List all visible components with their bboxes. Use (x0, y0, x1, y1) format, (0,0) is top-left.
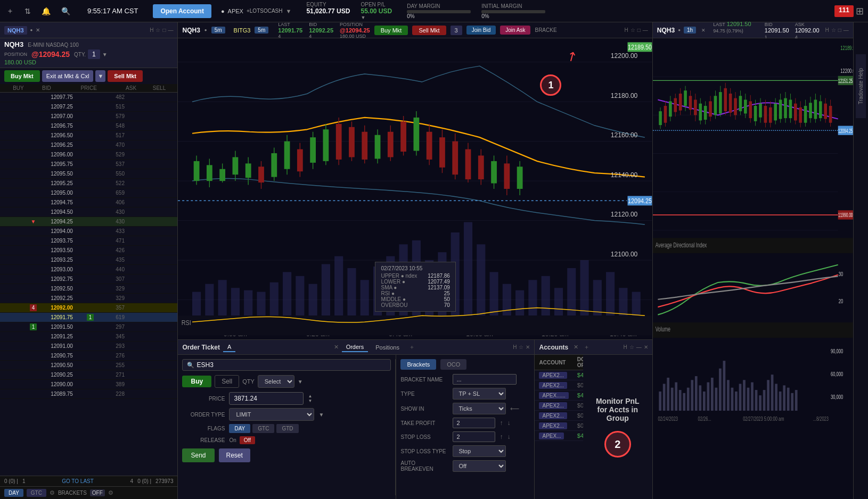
right-icon-star[interactable]: ☆ (831, 27, 836, 33)
price-row[interactable]: 12096.25 470 (0, 140, 177, 150)
price-row[interactable]: 12091.75 1 619 (0, 313, 177, 322)
price-row[interactable]: 12089.75 228 (0, 389, 177, 399)
price-row[interactable]: 12095.25 522 (0, 179, 177, 188)
show-in-scroll[interactable]: ⟵ (510, 405, 519, 412)
price-row[interactable]: 12094.75 406 (0, 198, 177, 207)
price-row[interactable]: 12096.00 529 (0, 150, 177, 160)
price-row[interactable]: 12090.25 271 (0, 370, 177, 380)
type-bracket-select[interactable]: TP + SL (453, 388, 506, 400)
pnl-chevron[interactable]: ▼ (361, 15, 392, 20)
ot-sell-button[interactable]: Sell (215, 375, 239, 388)
take-profit-down[interactable]: ↓ (507, 419, 510, 427)
toggle-off-btn[interactable]: Off (240, 436, 255, 444)
panel-icon-minus[interactable]: — (168, 27, 173, 33)
order-type-select[interactable]: LIMIT MARKET STOP (229, 408, 314, 421)
buy-mkt-chart-button[interactable]: Buy Mkt (374, 26, 408, 35)
price-row[interactable]: 12096.50 517 (0, 131, 177, 140)
order-header-icon-star[interactable]: ☆ (519, 344, 523, 350)
price-row[interactable]: 4 12092.00 357 (0, 303, 177, 313)
gear-icon[interactable]: ⚙ (50, 489, 55, 496)
apex-chevron[interactable]: ▼ (286, 8, 292, 14)
price-row[interactable]: 1 12091.50 297 (0, 322, 177, 332)
price-row[interactable]: 12091.00 293 (0, 342, 177, 351)
ot-buy-button[interactable]: Buy (182, 376, 211, 387)
search-top-icon[interactable]: 🔍 (59, 5, 72, 18)
price-up-btn[interactable]: ▲ (308, 394, 312, 398)
stop-loss-type-select[interactable]: Stop (453, 445, 506, 457)
tab-orders[interactable]: Orders (342, 343, 369, 352)
close-a-icon[interactable]: ✕ (334, 344, 339, 351)
price-row[interactable]: 12097.75 482 (0, 93, 177, 102)
price-row[interactable]: 12092.50 329 (0, 284, 177, 294)
take-profit-input[interactable] (453, 418, 495, 428)
tab-positions[interactable]: Positions (371, 343, 404, 352)
stop-loss-input[interactable] (453, 431, 495, 442)
price-row[interactable]: 12095.75 537 (0, 160, 177, 169)
qty-dropdown[interactable]: ▼ (102, 52, 108, 57)
price-row[interactable]: 12094.00 433 (0, 227, 177, 236)
expand-icon[interactable]: ⊞ (856, 5, 864, 17)
price-row[interactable]: 12094.50 430 (0, 207, 177, 217)
panel-icon-box[interactable]: □ (162, 27, 166, 33)
brackets-gear-icon[interactable]: ⚙ (108, 489, 113, 496)
take-profit-up[interactable]: ↑ (499, 419, 503, 427)
right-icon-box[interactable]: □ (838, 27, 841, 33)
sort-icon[interactable]: ⇅ (22, 5, 33, 18)
price-row[interactable]: 12090.50 255 (0, 361, 177, 370)
tab-a[interactable]: A (223, 343, 235, 352)
close-icon[interactable]: ✕ (36, 27, 40, 33)
chart-icon-star[interactable]: ☆ (630, 27, 635, 33)
brackets-tab-btn[interactable]: Brackets (400, 359, 436, 370)
accounts-close-icon[interactable]: ✕ (574, 344, 578, 351)
go-to-last-button[interactable]: GO TO LAST (62, 478, 94, 484)
sell-mkt-chart-button[interactable]: Sell Mkt (412, 26, 446, 35)
panel-icon-h[interactable]: H (150, 27, 153, 33)
add-icon[interactable]: ＋ (4, 4, 16, 18)
panel-icon-star[interactable]: ☆ (155, 27, 160, 33)
price-row[interactable]: 12093.00 440 (0, 265, 177, 275)
gtd-flag-btn[interactable]: GTD (276, 424, 298, 433)
price-row[interactable]: 12091.25 345 (0, 332, 177, 342)
sell-mkt-button[interactable]: Sell Mkt (108, 70, 143, 82)
price-row[interactable]: 12096.75 548 (0, 121, 177, 131)
price-row[interactable]: 12093.50 426 (0, 246, 177, 255)
price-row[interactable]: 12093.25 435 (0, 255, 177, 265)
reset-button[interactable]: Reset (219, 448, 250, 462)
oco-tab-btn[interactable]: OCO (440, 359, 466, 370)
day-flag-btn[interactable]: DAY (229, 424, 250, 433)
order-header-close[interactable]: ✕ (526, 344, 530, 350)
price-down-btn[interactable]: ▼ (308, 398, 312, 403)
price-row[interactable]: 12093.75 471 (0, 236, 177, 246)
right-icon-h[interactable]: H (825, 27, 829, 33)
price-row[interactable]: 12095.00 659 (0, 188, 177, 198)
price-row[interactable]: 12090.00 389 (0, 380, 177, 389)
price-row[interactable]: 12097.00 579 (0, 112, 177, 121)
price-row[interactable]: 12092.25 329 (0, 294, 177, 303)
order-header-icon-h[interactable]: H (513, 344, 517, 350)
accounts-icon-star[interactable]: ☆ (629, 344, 634, 350)
accounts-table-row[interactable]: APEX...... $40.00 (535, 390, 583, 401)
right-timeframe[interactable]: 1h (684, 27, 696, 34)
accounts-icon-h[interactable]: H (624, 344, 627, 350)
add-tab-icon[interactable]: ＋ (409, 343, 415, 351)
accounts-icon-minus[interactable]: — (636, 344, 642, 350)
accounts-table-row[interactable]: APEX2... $0.00 (535, 401, 583, 411)
gtc-flag-btn[interactable]: GTC (252, 424, 274, 433)
day-button[interactable]: DAY (4, 489, 23, 497)
buy-mkt-button[interactable]: Buy Mkt (4, 70, 40, 82)
open-account-button[interactable]: Open Account (153, 4, 211, 18)
qty-select[interactable]: Select 1 2 3 (258, 375, 294, 388)
right-close-icon[interactable]: ✕ (701, 28, 706, 33)
right-icon-minus[interactable]: — (844, 27, 849, 33)
price-row[interactable]: 12095.50 550 (0, 169, 177, 179)
exit-button[interactable]: Exit at Mkt & Cxl (42, 70, 94, 82)
price-row[interactable]: 12090.75 276 (0, 351, 177, 361)
tradovate-help-tab[interactable]: Tradovate Help (856, 54, 866, 118)
price-row[interactable]: 12097.25 515 (0, 102, 177, 112)
accounts-table-row[interactable]: APEX... $40.00 (535, 431, 583, 441)
accounts-icon-close[interactable]: ✕ (644, 344, 648, 350)
bracket-name-input[interactable] (453, 374, 517, 385)
exit-dropdown-btn[interactable]: ▼ (95, 70, 105, 82)
price-input[interactable] (229, 392, 304, 405)
join-ask-button[interactable]: Join Ask (500, 26, 530, 35)
